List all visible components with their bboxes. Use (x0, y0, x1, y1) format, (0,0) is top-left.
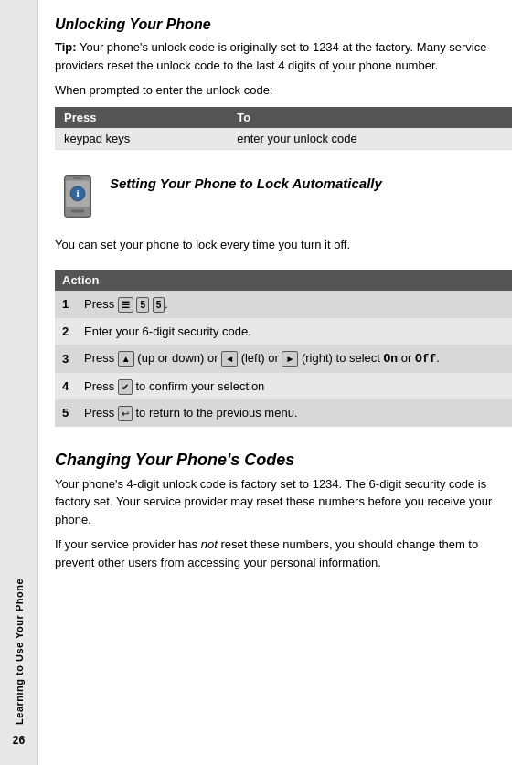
action-row-5: 5 Press ↩ to return to the previous menu… (55, 399, 512, 427)
sidebar: Learning to Use Your Phone 26 (0, 0, 38, 765)
table-row: keypad keys enter your unlock code (55, 128, 512, 150)
sidebar-label: Learning to Use Your Phone (14, 579, 25, 725)
action-header: Action (55, 270, 512, 291)
key-5-1: 5 (136, 297, 149, 313)
table-header-row: Press To (55, 107, 512, 128)
setting-description: You can set your phone to lock every tim… (55, 236, 512, 254)
action-row-3: 3 Press ▲ (up or down) or ◄ (left) or ► … (55, 345, 512, 373)
info-icon-container: i (55, 174, 101, 219)
svg-rect-3 (71, 209, 84, 212)
action-row-2: 2 Enter your 6-digit security code. (55, 318, 512, 345)
press-value: keypad keys (55, 128, 228, 150)
not-italic: not (201, 537, 218, 551)
changing-para2: If your service provider has not reset t… (55, 536, 512, 571)
row3-num: 3 (55, 345, 77, 373)
key-menu: ☰ (118, 297, 133, 313)
action-table: Action 1 Press ☰ 5 5. 2 Enter your 6-dig… (55, 270, 512, 427)
key-right: ► (282, 351, 298, 367)
setting-title: Setting Your Phone to Lock Automatically (110, 174, 512, 193)
action-row-4: 4 Press ✔ to confirm your selection (55, 373, 512, 400)
key-nav: ▲ (118, 351, 134, 367)
tip-paragraph: Tip: Your phone's unlock code is origina… (55, 38, 512, 74)
tip-label: Tip: (55, 40, 77, 54)
page-number: 26 (13, 734, 25, 747)
svg-rect-2 (73, 177, 82, 179)
to-value: enter your unlock code (228, 128, 512, 150)
row2-num: 2 (55, 318, 77, 345)
key-confirm: ✔ (118, 379, 133, 395)
unlocking-title: Unlocking Your Phone (55, 16, 512, 33)
key-left: ◄ (221, 351, 238, 367)
phone-info-icon: i (56, 175, 100, 218)
setting-content: Setting Your Phone to Lock Automatically (110, 174, 512, 193)
prompt-text: When prompted to enter the unlock code: (55, 81, 512, 100)
changing-para1: Your phone's 4-digit unlock code is fact… (55, 475, 512, 529)
row1-num: 1 (55, 291, 77, 318)
action-row-1: 1 Press ☰ 5 5. (55, 291, 512, 318)
col1-header: Press (55, 107, 228, 128)
row1-action: Press ☰ 5 5. (77, 291, 512, 318)
row5-num: 5 (55, 399, 77, 427)
row4-action: Press ✔ to confirm your selection (77, 373, 512, 400)
on-text: On (384, 352, 399, 366)
unlock-table: Press To keypad keys enter your unlock c… (55, 107, 512, 150)
row4-num: 4 (55, 373, 77, 400)
off-text: Off (415, 352, 436, 366)
changing-section: Changing Your Phone's Codes Your phone's… (55, 443, 512, 572)
main-content: Unlocking Your Phone Tip: Your phone's u… (38, 0, 532, 765)
row5-action: Press ↩ to return to the previous menu. (77, 399, 512, 427)
tip-text: Your phone's unlock code is originally s… (55, 40, 486, 72)
svg-text:i: i (76, 187, 79, 198)
key-5-2: 5 (153, 297, 165, 313)
info-box: i Setting Your Phone to Lock Automatical… (55, 174, 512, 219)
row3-action: Press ▲ (up or down) or ◄ (left) or ► (r… (77, 345, 512, 373)
unlocking-section: Unlocking Your Phone Tip: Your phone's u… (55, 16, 512, 157)
col2-header: To (228, 107, 512, 128)
action-table-header: Action (55, 270, 512, 291)
row2-action: Enter your 6-digit security code. (77, 318, 512, 345)
key-back: ↩ (118, 406, 133, 421)
changing-title: Changing Your Phone's Codes (55, 451, 512, 470)
